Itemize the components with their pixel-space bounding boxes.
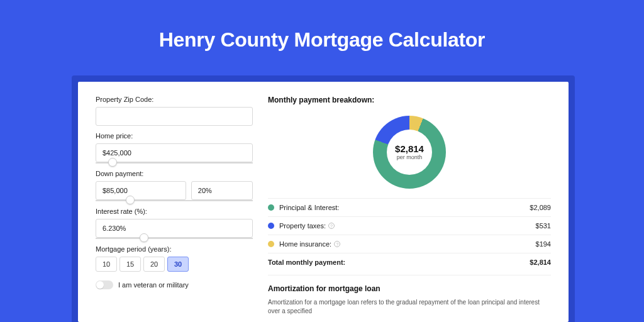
interest-rate-label: Interest rate (%): xyxy=(96,208,253,215)
interest-rate-slider[interactable] xyxy=(96,238,253,239)
legend-label: Property taxes: ? xyxy=(279,222,536,230)
period-button-20[interactable]: 20 xyxy=(143,257,165,272)
legend-row: Principal & Interest:$2,089 xyxy=(268,198,551,216)
form-column: Property Zip Code: Home price: Down paym… xyxy=(96,96,253,322)
breakdown-title: Monthly payment breakdown: xyxy=(268,96,551,104)
amortization-block: Amortization for mortgage loan Amortizat… xyxy=(268,275,551,316)
interest-rate-block: Interest rate (%): xyxy=(96,208,253,239)
legend-dot-icon xyxy=(268,223,274,229)
legend-label: Principal & Interest: xyxy=(279,204,530,211)
legend-dot-icon xyxy=(268,241,274,247)
home-price-input[interactable] xyxy=(96,143,253,162)
home-price-block: Home price: xyxy=(96,132,253,164)
down-payment-pct-input[interactable] xyxy=(191,181,253,200)
donut-chart: $2,814 per month xyxy=(373,116,446,189)
home-price-slider[interactable] xyxy=(96,162,253,164)
amortization-text: Amortization for a mortgage loan refers … xyxy=(268,298,551,316)
legend-total-label: Total monthly payment: xyxy=(268,258,530,266)
legend-list: Principal & Interest:$2,089Property taxe… xyxy=(268,198,551,253)
period-button-30[interactable]: 30 xyxy=(167,257,189,272)
down-payment-block: Down payment: xyxy=(96,170,253,201)
legend-value: $2,089 xyxy=(530,204,551,211)
mortgage-period-buttons: 10152030 xyxy=(96,257,253,272)
legend-row: Home insurance: ?$194 xyxy=(268,235,551,253)
mortgage-period-block: Mortgage period (years): 10152030 xyxy=(96,245,253,272)
interest-rate-input[interactable] xyxy=(96,219,253,238)
mortgage-period-label: Mortgage period (years): xyxy=(96,245,253,253)
home-price-slider-thumb[interactable] xyxy=(108,158,117,167)
zip-field-block: Property Zip Code: xyxy=(96,96,253,126)
legend-value: $531 xyxy=(536,222,551,230)
interest-rate-slider-thumb[interactable] xyxy=(140,233,148,242)
period-button-10[interactable]: 10 xyxy=(96,257,117,272)
legend-label: Home insurance: ? xyxy=(279,240,536,248)
breakdown-column: Monthly payment breakdown: $2,814 per mo… xyxy=(268,96,551,322)
legend-value: $194 xyxy=(536,240,551,248)
legend-row: Property taxes: ?$531 xyxy=(268,216,551,235)
veteran-toggle-row: I am veteran or military xyxy=(96,280,253,289)
period-button-15[interactable]: 15 xyxy=(119,257,141,272)
page-title: Henry County Mortgage Calculator xyxy=(0,0,644,63)
info-icon[interactable]: ? xyxy=(334,241,340,247)
calculator-panel: Property Zip Code: Home price: Down paym… xyxy=(78,82,569,322)
zip-input[interactable] xyxy=(96,107,253,126)
veteran-toggle[interactable] xyxy=(96,280,113,289)
legend-dot-icon xyxy=(268,204,274,211)
down-payment-label: Down payment: xyxy=(96,170,253,177)
down-payment-slider[interactable] xyxy=(96,200,253,201)
zip-label: Property Zip Code: xyxy=(96,96,253,103)
legend-total-value: $2,814 xyxy=(530,258,551,266)
donut-sublabel: per month xyxy=(397,154,423,160)
info-icon[interactable]: ? xyxy=(328,223,335,229)
veteran-toggle-label: I am veteran or military xyxy=(118,281,189,289)
legend-total-row: Total monthly payment: $2,814 xyxy=(268,253,551,271)
amortization-title: Amortization for mortgage loan xyxy=(268,284,551,293)
donut-center: $2,814 per month xyxy=(373,116,446,189)
donut-chart-wrap: $2,814 per month xyxy=(268,109,551,194)
down-payment-slider-thumb[interactable] xyxy=(126,196,135,204)
down-payment-amount-input[interactable] xyxy=(96,181,186,200)
donut-amount: $2,814 xyxy=(395,143,424,154)
home-price-label: Home price: xyxy=(96,132,253,140)
